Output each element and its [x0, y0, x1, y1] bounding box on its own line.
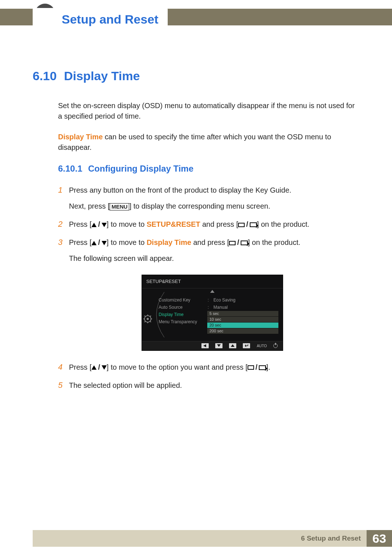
source-icon	[248, 365, 254, 370]
svg-point-1	[147, 318, 149, 320]
power-icon	[273, 344, 278, 348]
step-4: 4 Press [/] to move to the option you wa…	[58, 362, 359, 373]
triangle-up-icon	[91, 241, 97, 245]
subsection-heading: 6.10.1 Configuring Display Time	[58, 164, 359, 174]
osd-bottom-bar: AUTO	[142, 341, 283, 350]
osd-nav-enter-icon	[243, 343, 250, 348]
svg-marker-12	[231, 344, 234, 347]
step-number: 1	[58, 184, 62, 196]
txt: Next, press [	[69, 202, 110, 210]
section-number: 6.10	[33, 69, 57, 83]
step-3-line2: The following screen will appear.	[69, 253, 359, 264]
enter-icon	[259, 365, 266, 370]
display-time-term: Display Time	[147, 238, 191, 246]
subsection-number: 6.10.1	[58, 164, 82, 174]
osd-label: Display Time	[159, 311, 204, 318]
svg-line-9	[150, 316, 151, 317]
svg-line-6	[144, 316, 146, 317]
osd-screenshot: SETUP&RESET Customized Key:	[142, 275, 359, 351]
txt: ] to move to	[107, 220, 147, 228]
txt: and press [	[191, 238, 229, 246]
step-1: 1 Press any button on the front of the p…	[58, 185, 359, 212]
osd-nav-left-icon	[201, 343, 209, 348]
svg-marker-11	[217, 344, 221, 347]
osd-body: Customized Key: Eco Saving Auto Source: …	[142, 288, 283, 341]
intro-paragraph: Set the on-screen display (OSD) menu to …	[58, 100, 359, 122]
osd-value: Eco Saving	[213, 297, 236, 303]
osd-option-selected: 20 sec	[207, 323, 278, 328]
subsection-title: Configuring Display Time	[88, 164, 193, 174]
slash: /	[97, 220, 102, 228]
step-number: 3	[58, 236, 62, 248]
setup-reset-term: SETUP&RESET	[147, 220, 200, 228]
section-heading: 6.10 Display Time	[33, 69, 359, 83]
txt: ].	[266, 363, 270, 371]
slash: /	[97, 363, 102, 371]
txt: ] to move to the option you want and pre…	[107, 363, 248, 371]
triangle-down-icon	[102, 241, 107, 245]
page-footer: 6 Setup and Reset 63	[33, 530, 392, 547]
triangle-down-icon	[102, 223, 107, 227]
triangle-up-icon	[91, 223, 97, 227]
step-1-text: Press any button on the front of the pro…	[69, 186, 291, 194]
display-time-term: Display Time	[58, 133, 103, 141]
osd-label: Menu Transparency	[159, 319, 204, 325]
source-icon	[238, 223, 245, 227]
step-5: 5 The selected option will be applied.	[58, 380, 359, 391]
osd-value: Manual	[213, 304, 228, 311]
slash: /	[236, 238, 241, 246]
enter-icon	[250, 222, 257, 227]
step-number: 4	[58, 361, 62, 373]
osd-option: 10 sec	[207, 317, 278, 323]
triangle-up-icon	[91, 365, 97, 370]
enter-icon	[241, 241, 248, 245]
osd-auto-label: AUTO	[257, 343, 267, 349]
txt: ] on the product.	[248, 238, 301, 246]
osd-nav-down-icon	[215, 343, 222, 348]
footer-bar: 6 Setup and Reset	[33, 530, 367, 547]
intro-paragraph-2: Display Time can be used to specify the …	[58, 132, 359, 153]
svg-line-7	[150, 321, 151, 322]
txt: ] on the product.	[257, 220, 310, 228]
osd-row-auto-source: Auto Source: Manual	[159, 304, 279, 311]
osd-nav-up-icon	[229, 343, 236, 348]
slash: /	[97, 238, 102, 246]
source-icon	[229, 241, 236, 245]
svg-marker-10	[203, 344, 206, 347]
osd-title: SETUP&RESET	[142, 275, 283, 288]
txt: and press [	[200, 220, 238, 228]
gear-icon	[143, 315, 152, 323]
osd-panel: SETUP&RESET Customized Key:	[142, 275, 283, 351]
osd-option: 200 sec	[207, 328, 278, 334]
triangle-down-icon	[102, 365, 107, 370]
section-title: Display Time	[64, 69, 140, 83]
osd-option: 5 sec	[207, 311, 278, 317]
step-2: 2 Press [/] to move to SETUP&RESET and p…	[58, 219, 359, 230]
osd-label: Customized Key	[159, 297, 204, 303]
step-3: 3 Press [/] to move to Display Time and …	[58, 237, 359, 351]
slash: /	[254, 363, 259, 371]
chapter-title-tab: Setup and Reset	[33, 8, 168, 25]
txt: Press [	[69, 363, 91, 371]
txt: ] to move to	[107, 238, 147, 246]
txt: Press [	[69, 220, 91, 228]
txt: ] to display the corresponding menu scre…	[129, 202, 270, 210]
step-number: 2	[58, 218, 62, 230]
steps-list: 1 Press any button on the front of the p…	[58, 185, 359, 391]
step-5-text: The selected option will be applied.	[69, 381, 182, 389]
step-1-line2: Next, press [MENU] to display the corres…	[69, 201, 359, 212]
scroll-up-icon	[210, 290, 215, 293]
step-number: 5	[58, 379, 62, 391]
osd-row-customized-key: Customized Key: Eco Saving	[159, 296, 279, 304]
footer-chapter: 6 Setup and Reset	[301, 534, 361, 542]
page-number: 63	[367, 530, 392, 547]
svg-line-8	[144, 321, 146, 322]
osd-dropdown: 5 sec 10 sec 20 sec 200 sec	[207, 311, 278, 334]
slash: /	[245, 220, 250, 228]
txt: Press [	[69, 238, 91, 246]
chapter-title: Setup and Reset	[62, 12, 158, 26]
menu-key-icon: MENU	[110, 203, 129, 210]
osd-label: Auto Source	[159, 304, 204, 311]
